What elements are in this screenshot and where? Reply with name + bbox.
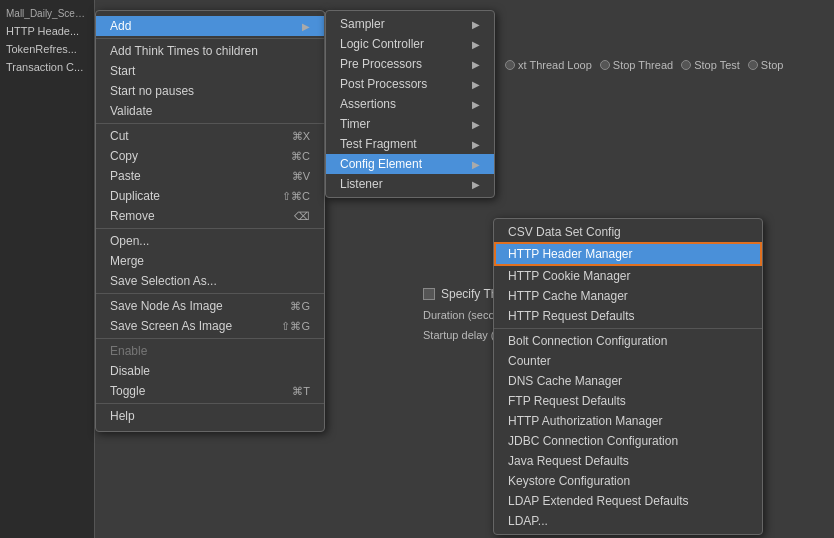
menu-l3-ldap-extended-label: LDAP Extended Request Defaults <box>508 494 689 508</box>
menu-l3-keystore-label: Keystore Configuration <box>508 474 630 488</box>
specify-thread-checkbox[interactable] <box>423 288 435 300</box>
menu-item-add[interactable]: Add ▶ <box>96 16 324 36</box>
radio-circle-stop-thread <box>600 60 610 70</box>
menu-l3-http-auth-label: HTTP Authorization Manager <box>508 414 663 428</box>
menu-item-toggle[interactable]: Toggle ⌘T <box>96 381 324 401</box>
menu-l2-logic-label: Logic Controller <box>340 37 424 51</box>
menu-item-toggle-shortcut: ⌘T <box>292 385 310 398</box>
menu-item-start-no-pauses[interactable]: Start no pauses <box>96 81 324 101</box>
menu-item-copy-label: Copy <box>110 149 138 163</box>
menu-l3-bolt[interactable]: Bolt Connection Configuration <box>494 331 762 351</box>
menu-item-merge-label: Merge <box>110 254 144 268</box>
menu-item-enable: Enable <box>96 341 324 361</box>
menu-l2-test-fragment-arrow: ▶ <box>472 139 480 150</box>
context-menu-l3: CSV Data Set Config HTTP Header Manager … <box>493 218 763 535</box>
radio-stop[interactable]: Stop <box>748 59 784 71</box>
menu-l3-java-defaults[interactable]: Java Request Defaults <box>494 451 762 471</box>
menu-item-validate[interactable]: Validate <box>96 101 324 121</box>
radio-label-stop-test: Stop Test <box>694 59 740 71</box>
menu-item-save-node-shortcut: ⌘G <box>290 300 310 313</box>
menu-l2-pre-arrow: ▶ <box>472 59 480 70</box>
tree-item-token[interactable]: TokenRefres... <box>0 40 94 58</box>
menu-l2-sampler-arrow: ▶ <box>472 19 480 30</box>
menu-l2-logic-controller[interactable]: Logic Controller ▶ <box>326 34 494 54</box>
menu-l2-sampler-label: Sampler <box>340 17 385 31</box>
context-menu-l1: Add ▶ Add Think Times to children Start … <box>95 10 325 432</box>
menu-l3-csv[interactable]: CSV Data Set Config <box>494 222 762 242</box>
menu-l3-bolt-label: Bolt Connection Configuration <box>508 334 667 348</box>
menu-item-duplicate-shortcut: ⇧⌘C <box>282 190 310 203</box>
menu-l3-http-header[interactable]: HTTP Header Manager <box>494 242 762 266</box>
menu-item-toggle-label: Toggle <box>110 384 145 398</box>
menu-l3-ftp[interactable]: FTP Request Defaults <box>494 391 762 411</box>
menu-l2-sampler[interactable]: Sampler ▶ <box>326 14 494 34</box>
menu-l2-timer[interactable]: Timer ▶ <box>326 114 494 134</box>
menu-item-duplicate[interactable]: Duplicate ⇧⌘C <box>96 186 324 206</box>
menu-item-cut[interactable]: Cut ⌘X <box>96 126 324 146</box>
menu-l2-listener[interactable]: Listener ▶ <box>326 174 494 194</box>
menu-item-save-screen-image[interactable]: Save Screen As Image ⇧⌘G <box>96 316 324 336</box>
menu-l3-csv-label: CSV Data Set Config <box>508 225 621 239</box>
radio-circle-stop-test <box>681 60 691 70</box>
menu-item-paste[interactable]: Paste ⌘V <box>96 166 324 186</box>
menu-l3-java-defaults-label: Java Request Defaults <box>508 454 629 468</box>
menu-item-help[interactable]: Help <box>96 406 324 426</box>
menu-item-think-times[interactable]: Add Think Times to children <box>96 41 324 61</box>
menu-l3-counter-label: Counter <box>508 354 551 368</box>
menu-item-add-arrow: ▶ <box>302 21 310 32</box>
menu-l3-jdbc[interactable]: JDBC Connection Configuration <box>494 431 762 451</box>
radio-label-thread-loop: xt Thread Loop <box>518 59 592 71</box>
menu-item-enable-label: Enable <box>110 344 147 358</box>
menu-item-merge[interactable]: Merge <box>96 251 324 271</box>
menu-item-remove-shortcut: ⌫ <box>294 210 310 223</box>
menu-l2-assertions-arrow: ▶ <box>472 99 480 110</box>
tree-item-scenario[interactable]: Mall_Daily_Scenario <box>0 5 94 22</box>
menu-l3-ldap-extended[interactable]: LDAP Extended Request Defaults <box>494 491 762 511</box>
menu-l2-assertions[interactable]: Assertions ▶ <box>326 94 494 114</box>
menu-l2-post-processors[interactable]: Post Processors ▶ <box>326 74 494 94</box>
menu-item-save-selection[interactable]: Save Selection As... <box>96 271 324 291</box>
menu-item-copy[interactable]: Copy ⌘C <box>96 146 324 166</box>
menu-item-save-screen-image-label: Save Screen As Image <box>110 319 232 333</box>
menu-l3-http-request-defaults[interactable]: HTTP Request Defaults <box>494 306 762 326</box>
menu-l3-http-cache[interactable]: HTTP Cache Manager <box>494 286 762 306</box>
menu-item-duplicate-label: Duplicate <box>110 189 160 203</box>
menu-l2-post-arrow: ▶ <box>472 79 480 90</box>
menu-item-think-times-label: Add Think Times to children <box>110 44 258 58</box>
menu-item-save-selection-label: Save Selection As... <box>110 274 217 288</box>
menu-l2-config-element[interactable]: Config Element ▶ <box>326 154 494 174</box>
menu-separator <box>494 328 762 329</box>
radio-stop-thread[interactable]: Stop Thread <box>600 59 673 71</box>
toolbar-area: xt Thread Loop Stop Thread Stop Test Sto… <box>495 50 834 80</box>
context-menu-l2: Sampler ▶ Logic Controller ▶ Pre Process… <box>325 10 495 198</box>
menu-item-start[interactable]: Start <box>96 61 324 81</box>
menu-l2-timer-arrow: ▶ <box>472 119 480 130</box>
menu-l3-dns[interactable]: DNS Cache Manager <box>494 371 762 391</box>
menu-l2-pre-processors[interactable]: Pre Processors ▶ <box>326 54 494 74</box>
menu-l3-http-auth[interactable]: HTTP Authorization Manager <box>494 411 762 431</box>
menu-item-cut-label: Cut <box>110 129 129 143</box>
menu-item-paste-shortcut: ⌘V <box>292 170 310 183</box>
menu-l2-post-label: Post Processors <box>340 77 427 91</box>
menu-item-save-node-image[interactable]: Save Node As Image ⌘G <box>96 296 324 316</box>
menu-l2-timer-label: Timer <box>340 117 370 131</box>
menu-l3-http-cookie[interactable]: HTTP Cookie Manager <box>494 266 762 286</box>
menu-item-start-no-pauses-label: Start no pauses <box>110 84 194 98</box>
menu-item-open-label: Open... <box>110 234 149 248</box>
menu-l3-keystore[interactable]: Keystore Configuration <box>494 471 762 491</box>
menu-l3-counter[interactable]: Counter <box>494 351 762 371</box>
menu-l3-ldap[interactable]: LDAP... <box>494 511 762 531</box>
radio-label-stop: Stop <box>761 59 784 71</box>
radio-circle-stop <box>748 60 758 70</box>
tree-item-http-header[interactable]: HTTP Heade... <box>0 22 94 40</box>
menu-item-open[interactable]: Open... <box>96 231 324 251</box>
menu-l3-http-cache-label: HTTP Cache Manager <box>508 289 628 303</box>
menu-l3-dns-label: DNS Cache Manager <box>508 374 622 388</box>
menu-item-remove[interactable]: Remove ⌫ <box>96 206 324 226</box>
radio-stop-test[interactable]: Stop Test <box>681 59 740 71</box>
radio-thread-loop[interactable]: xt Thread Loop <box>505 59 592 71</box>
menu-item-disable[interactable]: Disable <box>96 361 324 381</box>
menu-l2-test-fragment[interactable]: Test Fragment ▶ <box>326 134 494 154</box>
tree-item-transaction[interactable]: Transaction C... <box>0 58 94 76</box>
menu-item-start-label: Start <box>110 64 135 78</box>
